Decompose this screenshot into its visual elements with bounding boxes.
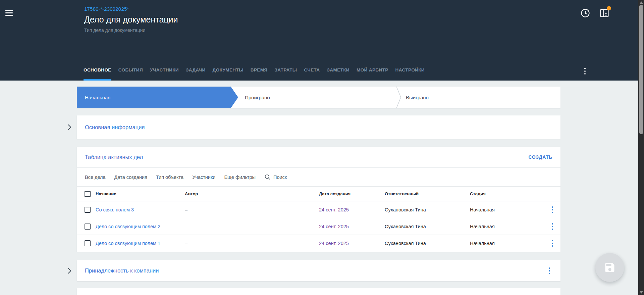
column-header-name[interactable]: Название [96,191,185,196]
table-row: Дело со связующим полем 2 – 24 сент. 202… [77,218,560,235]
row-checkbox[interactable] [85,224,91,230]
page-title: Дело для документации [84,15,178,24]
app-header: 17580-*-23092025* Дело для документации … [0,0,638,81]
tab-scheta[interactable]: СЧЕТА [304,67,320,81]
case-tabbar: ОСНОВНОЕ СОБЫТИЯ УЧАСТНИКИ ЗАДАЧИ ДОКУМЕ… [84,61,598,81]
tab-nastroyki[interactable]: НАСТРОЙКИ [395,67,425,81]
scrollbar-thumb[interactable] [639,5,643,134]
cell-name[interactable]: Дело со связующим полем 2 [96,224,185,229]
hamburger-menu-icon[interactable] [5,10,13,16]
case-header: 17580-*-23092025* Дело для документации … [84,6,178,33]
tab-uchastniki[interactable]: УЧАСТНИКИ [150,67,179,81]
section-company-title[interactable]: Принадлежность к компании [85,267,159,274]
tab-sobytiya[interactable]: СОБЫТИЯ [118,67,143,81]
filter-all-cases[interactable]: Все дела [85,175,106,180]
filter-more-filters[interactable]: Еще фильтры [224,175,256,180]
floppy-save-icon [604,261,616,274]
filter-object-type[interactable]: Тип объекта [156,175,183,180]
row-actions-kebab-icon[interactable] [549,206,555,214]
header-actions [580,7,610,19]
tab-dokumenty[interactable]: ДОКУМЕНТЫ [213,67,244,81]
filter-created-date[interactable]: Дата создания [114,175,147,180]
row-actions-kebab-icon[interactable] [549,223,555,231]
case-number-link[interactable]: 17580-*-23092025* [84,6,178,12]
tab-zadachi[interactable]: ЗАДАЧИ [186,67,206,81]
active-cases-card: Таблица активных дел СОЗДАТЬ Все дела Да… [77,147,560,252]
cell-name[interactable]: Дело со связующим полем 1 [96,241,185,246]
cell-created[interactable]: 24 сент. 2025 [319,207,385,212]
cell-created[interactable]: 24 сент. 2025 [319,224,385,229]
notification-badge-dot [607,6,611,10]
tab-osnovnoe[interactable]: ОСНОВНОЕ [84,67,111,81]
column-header-stage[interactable]: Стадия [470,191,544,196]
section-company: Принадлежность к компании [77,260,560,281]
stage-separator-chevron-icon [396,87,401,108]
stage-progress-bar: Начальная Проиграно Выиграно [77,87,560,108]
table-row: Со связ. полем 3 – 24 сент. 2025 Суханов… [77,201,560,218]
save-button[interactable] [595,253,624,282]
section-actions-kebab-icon[interactable] [546,267,552,275]
cell-stage: Начальная [470,241,544,246]
expand-chevron-right-icon[interactable] [65,267,73,275]
cell-responsible: Сухановская Тина [385,241,470,246]
row-checkbox[interactable] [85,207,91,213]
section-main-info: Основная информация [77,115,560,139]
cell-stage: Начальная [470,224,544,229]
journal-panel-icon[interactable] [599,7,610,19]
main-content: Начальная Проиграно Выиграно Основная ин… [77,87,560,295]
tab-vremya[interactable]: ВРЕМЯ [251,67,268,81]
create-button[interactable]: СОЗДАТЬ [528,154,552,160]
cell-stage: Начальная [470,207,544,212]
cell-responsible: Сухановская Тина [385,207,470,212]
stage-label-proigrano[interactable]: Проиграно [245,87,270,108]
scrollbar-down-arrow-icon[interactable] [640,291,643,294]
vertical-scrollbar[interactable] [638,0,644,295]
section-main-info-title[interactable]: Основная информация [85,124,145,131]
stage-label-vyigrano[interactable]: Выиграно [406,87,429,108]
history-clock-icon[interactable] [580,7,591,19]
stage-label-nachalnaya[interactable]: Начальная [85,87,110,108]
search-label: Поиск [273,175,287,180]
column-header-responsible[interactable]: Ответственный [385,191,470,196]
table-row: Дело со связующим полем 1 – 24 сент. 202… [77,235,560,252]
row-checkbox[interactable] [85,240,91,246]
search-icon [264,174,271,180]
column-header-created[interactable]: Дата создания [319,191,385,196]
cell-author: – [185,207,319,212]
row-actions-kebab-icon[interactable] [549,239,555,247]
expand-chevron-right-icon[interactable] [65,123,73,131]
tabbar-overflow-kebab-icon[interactable] [582,67,588,75]
cell-name[interactable]: Со связ. полем 3 [96,207,185,212]
filters-row: Все дела Дата создания Тип объекта Участ… [77,168,560,187]
table-header-row: Название Автор Дата создания Ответственн… [77,187,560,201]
select-all-checkbox[interactable] [85,191,91,197]
filter-participants[interactable]: Участники [192,175,215,180]
active-cases-title: Таблица активных дел [85,154,143,160]
column-header-author[interactable]: Автор [185,191,319,196]
cell-created[interactable]: 24 сент. 2025 [319,241,385,246]
tab-moy-arbitr[interactable]: МОЙ АРБИТР [357,67,388,81]
next-section-card-partial [77,288,560,295]
tab-zametki[interactable]: ЗАМЕТКИ [327,67,350,81]
tab-zatraty[interactable]: ЗАТРАТЫ [274,67,297,81]
scrollbar-up-arrow-icon[interactable] [640,1,643,4]
search-control[interactable]: Поиск [264,174,287,180]
page-subtitle: Тип дела для документации [84,28,178,33]
cell-responsible: Сухановская Тина [385,224,470,229]
cell-author: – [185,241,319,246]
cell-author: – [185,224,319,229]
